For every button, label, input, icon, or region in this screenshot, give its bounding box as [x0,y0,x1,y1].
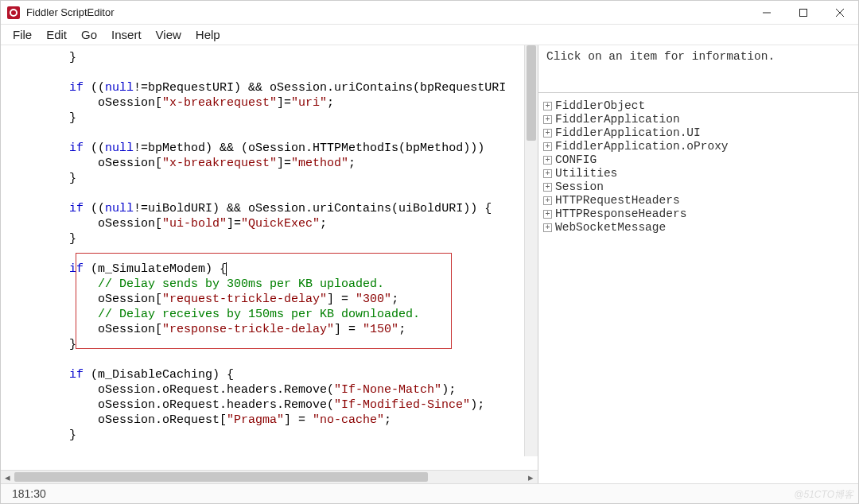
expand-icon[interactable]: + [543,129,552,138]
expand-icon[interactable]: + [543,223,552,232]
statusbar: 181:30 [1,483,858,503]
tree-item-label: WebSocketMessage [555,221,666,235]
tree-item[interactable]: +FiddlerObject [543,99,853,113]
editor-pane: } if ((null!=bpRequestURI) && oSession.u… [1,45,538,483]
tree-item-label: FiddlerObject [555,99,645,113]
vertical-scrollbar[interactable] [524,45,538,456]
menu-go[interactable]: Go [74,25,104,44]
tree-item[interactable]: +FiddlerApplication [543,113,853,126]
code-content[interactable]: } if ((null!=bpRequestURI) && oSession.u… [12,50,538,458]
expand-icon[interactable]: + [543,115,552,124]
minimize-button[interactable] [748,1,785,24]
expand-icon[interactable]: + [543,102,552,110]
menubar: FileEditGoInsertViewHelp [1,25,858,45]
window-title: Fiddler ScriptEditor [26,6,748,18]
titlebar: Fiddler ScriptEditor [1,1,858,25]
svg-rect-1 [800,9,807,16]
expand-icon[interactable]: + [543,183,552,192]
menu-help[interactable]: Help [189,25,227,44]
watermark: @51CTO博客 [794,488,853,502]
expand-icon[interactable]: + [543,169,552,178]
tree-item[interactable]: +WebSocketMessage [543,221,853,235]
close-button[interactable] [822,1,858,24]
menu-file[interactable]: File [6,25,39,44]
tree-item[interactable]: +Session [543,180,853,194]
menu-insert[interactable]: Insert [104,25,149,44]
info-box: Click on an item for information. [538,45,858,93]
window-controls [748,1,858,24]
tree-item-label: FiddlerApplication [555,113,680,126]
tree-item-label: Session [555,180,604,194]
maximize-button[interactable] [785,1,822,24]
scroll-left-button[interactable]: ◂ [1,471,14,483]
body: } if ((null!=bpRequestURI) && oSession.u… [1,45,858,483]
tree-item[interactable]: +FiddlerApplication.oProxy [543,140,853,153]
vertical-scrollbar-thumb[interactable] [527,45,536,141]
side-pane: Click on an item for information. +Fiddl… [538,45,858,483]
expand-icon[interactable]: + [543,156,552,165]
horizontal-scrollbar-thumb[interactable] [14,472,428,482]
menu-edit[interactable]: Edit [39,25,74,44]
expand-icon[interactable]: + [543,142,552,151]
tree-item-label: CONFIG [555,153,597,167]
scroll-right-button[interactable]: ▸ [524,471,538,483]
tree-item-label: FiddlerApplication.oProxy [555,140,729,153]
menu-view[interactable]: View [149,25,189,44]
expand-icon[interactable]: + [543,210,552,219]
tree-item[interactable]: +CONFIG [543,153,853,167]
window: Fiddler ScriptEditor FileEditGoInsertVie… [0,0,859,504]
cursor-position: 181:30 [12,487,46,500]
horizontal-scrollbar[interactable]: ◂ ▸ [1,470,538,483]
code-editor[interactable]: } if ((null!=bpRequestURI) && oSession.u… [1,45,538,470]
tree-item[interactable]: +HTTPResponseHeaders [543,207,853,221]
tree-item[interactable]: +Utilities [543,167,853,180]
tree-item[interactable]: +HTTPRequestHeaders [543,194,853,207]
expand-icon[interactable]: + [543,196,552,205]
tree-item-label: Utilities [555,167,617,180]
tree-item-label: FiddlerApplication.UI [555,126,701,140]
tree-item-label: HTTPResponseHeaders [555,207,686,221]
app-icon [7,6,20,19]
tree-item[interactable]: +FiddlerApplication.UI [543,126,853,140]
object-tree: +FiddlerObject+FiddlerApplication+Fiddle… [538,93,858,241]
tree-item-label: HTTPRequestHeaders [555,194,680,207]
